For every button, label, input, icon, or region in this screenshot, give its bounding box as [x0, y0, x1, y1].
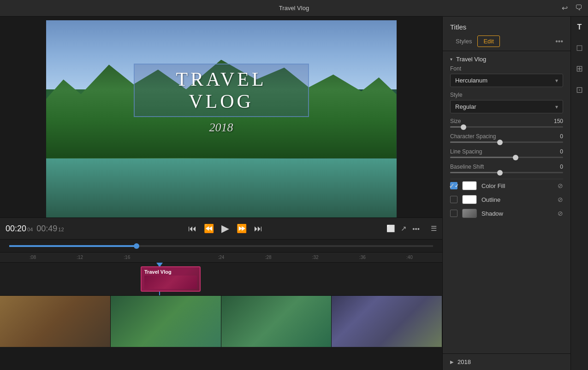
size-slider[interactable]: [450, 126, 563, 128]
timeline-clips: Travel Vlog: [0, 262, 442, 295]
baseline-shift-slider[interactable]: [450, 172, 563, 173]
font-dropdown[interactable]: Herculanum ▾: [450, 74, 563, 87]
scrubber-track[interactable]: [9, 245, 433, 247]
shadow-swatch[interactable]: [462, 209, 477, 218]
share-icon[interactable]: ↗: [401, 224, 407, 233]
app-title: Travel Vlog: [279, 5, 309, 12]
size-slider-thumb[interactable]: [461, 124, 466, 130]
panel-tabs: Styles Edit •••: [450, 35, 563, 47]
char-spacing-slider-fill: [450, 141, 500, 143]
more-options-icon[interactable]: •••: [412, 225, 420, 233]
thumbnail-strip: [0, 295, 442, 347]
thumbnail-4: [332, 296, 442, 347]
comment-icon[interactable]: 🗨: [575, 4, 582, 12]
shadow-row: Shadow ⊘: [450, 209, 563, 218]
shadow-eyedropper[interactable]: ⊘: [558, 210, 563, 217]
font-row: Font Herculanum ▾: [450, 65, 563, 87]
line-spacing-header: Line Spacing 0: [450, 148, 563, 155]
grid-icon[interactable]: ⊞: [573, 61, 586, 76]
tick-6: :28: [245, 255, 292, 260]
title-overlay: TRAVEL VLOG 2018: [134, 64, 309, 135]
size-row: Size 150: [450, 118, 563, 128]
skip-forward-button[interactable]: ⏭: [252, 222, 264, 235]
divider-1: [450, 179, 563, 179]
tab-styles[interactable]: Styles: [450, 36, 477, 47]
tick-7: :32: [292, 255, 339, 260]
shadow-checkbox[interactable]: [450, 210, 457, 217]
section-2018[interactable]: ▶ 2018: [443, 353, 570, 370]
outline-label: Outline: [481, 196, 553, 203]
time-total-frames: 12: [58, 227, 64, 232]
section-travel-vlog-title: Travel Vlog: [456, 56, 486, 63]
baseline-shift-row: Baseline Shift 0: [450, 164, 563, 173]
topbar-icons: ↩ 🗨: [562, 4, 582, 12]
baseline-shift-slider-thumb[interactable]: [497, 170, 503, 176]
section-2018-arrow: ▶: [450, 359, 454, 364]
style-dropdown-arrow: ▾: [555, 104, 558, 110]
crop-icon[interactable]: ⊡: [573, 82, 586, 98]
tick-5: :24: [197, 255, 244, 260]
timeline-scrubber[interactable]: [0, 239, 442, 252]
time-total: 00:49: [36, 224, 57, 234]
size-label: Size: [450, 118, 461, 124]
panel-title: Titles: [450, 23, 563, 31]
undo-icon[interactable]: ↩: [562, 4, 568, 12]
skip-back-button[interactable]: ⏮: [186, 222, 198, 235]
scrubber-fill: [9, 245, 137, 247]
media-icon[interactable]: ◻: [573, 40, 586, 55]
thumbnail-3: [221, 296, 332, 347]
tab-edit[interactable]: Edit: [477, 35, 499, 47]
video-subtitle-text: 2018: [134, 121, 309, 135]
panel-header: Titles Styles Edit •••: [443, 17, 570, 51]
time-current-frames: 04: [27, 227, 33, 232]
section-arrow-icon: ▾: [450, 57, 452, 62]
play-button[interactable]: ▶: [220, 221, 231, 236]
thumbnail-1: [0, 296, 111, 347]
char-spacing-header: Character Spacing 0: [450, 133, 563, 140]
char-spacing-slider[interactable]: [450, 141, 563, 143]
step-forward-button[interactable]: ⏩: [235, 222, 249, 235]
line-spacing-value: 0: [560, 148, 563, 155]
style-label: Style: [450, 92, 563, 98]
panel-menu-icon[interactable]: •••: [555, 37, 563, 46]
outline-swatch[interactable]: [462, 195, 477, 204]
char-spacing-label: Character Spacing: [450, 133, 496, 140]
size-header: Size 150: [450, 118, 563, 124]
baseline-shift-label: Baseline Shift: [450, 164, 484, 170]
outline-eyedropper[interactable]: ⊘: [558, 196, 563, 203]
font-dropdown-arrow: ▾: [555, 77, 558, 84]
style-dropdown[interactable]: Regular ▾: [450, 100, 563, 113]
main-layout: TRAVEL VLOG 2018 00:20 04 00:49 12 ⏮ ⏪ ▶…: [0, 17, 588, 370]
tick-8: :36: [339, 255, 386, 260]
line-spacing-row: Line Spacing 0: [450, 148, 563, 158]
right-controls: ⬜ ↗ •••: [386, 224, 420, 233]
char-spacing-slider-thumb[interactable]: [497, 140, 503, 145]
font-value: Herculanum: [455, 77, 487, 84]
tick-1: :08: [9, 255, 56, 260]
settings-icon[interactable]: ☰: [431, 224, 437, 233]
time-display: 00:20 04 00:49 12: [6, 224, 64, 234]
color-fill-row: ✓ Color Fill ⊘: [450, 181, 563, 190]
char-spacing-value: 0: [560, 133, 563, 140]
icon-strip: T ◻ ⊞ ⊡: [570, 17, 588, 370]
tick-2: :12: [56, 255, 103, 260]
outline-checkbox[interactable]: [450, 196, 457, 203]
baseline-shift-value: 0: [560, 164, 563, 170]
baseline-shift-slider-fill: [450, 172, 500, 173]
titles-icon[interactable]: T: [575, 20, 585, 34]
section-travel-vlog[interactable]: ▾ Travel Vlog: [443, 51, 570, 65]
line-spacing-slider[interactable]: [450, 157, 563, 158]
scrubber-thumb[interactable]: [134, 243, 139, 249]
step-back-button[interactable]: ⏪: [202, 222, 216, 235]
color-fill-swatch[interactable]: [462, 181, 477, 190]
timeline-ticks: :08 :12 :16 :24 :28 :32 :36 :40: [0, 252, 442, 262]
color-fill-checkbox[interactable]: ✓: [450, 182, 457, 189]
fullscreen-icon[interactable]: ⬜: [386, 224, 395, 233]
color-fill-eyedropper[interactable]: ⊘: [558, 182, 563, 189]
topbar: Travel Vlog ↩ 🗨: [0, 0, 588, 17]
color-fill-check-icon: ✓: [449, 182, 455, 190]
title-clip[interactable]: Travel Vlog: [141, 266, 201, 292]
line-spacing-slider-thumb[interactable]: [513, 155, 518, 160]
char-spacing-row: Character Spacing 0: [450, 133, 563, 143]
right-panel: Titles Styles Edit ••• ▾ Travel Vlog Fon…: [442, 17, 570, 370]
